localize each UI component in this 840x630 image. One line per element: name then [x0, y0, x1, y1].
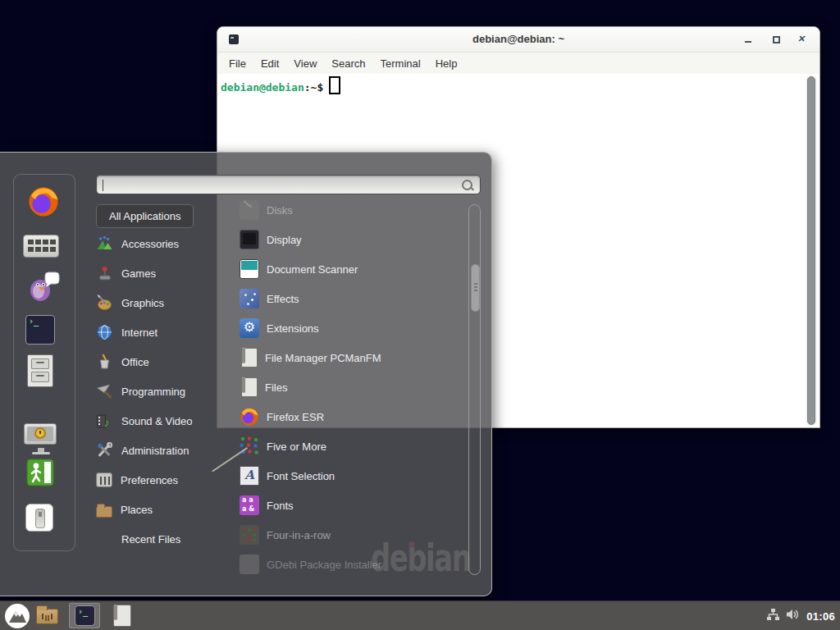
chat-icon: [27, 269, 62, 304]
window-title: debian@debian: ~: [217, 33, 819, 45]
preferences-icon: [96, 472, 112, 487]
favorite-chat[interactable]: [27, 269, 62, 307]
shell-prompt: debian@debian:~$: [221, 76, 340, 94]
network-icon[interactable]: [766, 608, 780, 625]
four-in-a-row-icon: [240, 525, 259, 545]
app-item-fonts[interactable]: Fonts: [240, 491, 294, 520]
category-all-applications[interactable]: All Applications: [96, 204, 194, 228]
favorite-files[interactable]: [27, 354, 53, 387]
menu-scrollbar-thumb[interactable]: [471, 264, 480, 312]
minimize-button[interactable]: [742, 34, 754, 45]
text-caret: [103, 180, 103, 191]
favorite-lock-screen[interactable]: [24, 423, 57, 445]
app-item-display[interactable]: Display: [240, 225, 302, 254]
maximize-button[interactable]: [770, 34, 782, 45]
category-places[interactable]: Places: [96, 495, 153, 524]
app-item-pcmanfm[interactable]: File Manager PCManFM: [240, 343, 381, 372]
prompt-suffix: :~$: [304, 81, 323, 94]
menu-search[interactable]: Search: [324, 57, 372, 70]
menu-view[interactable]: View: [286, 57, 324, 70]
app-item-font-selection[interactable]: Font Selection: [240, 461, 335, 491]
favorite-terminal[interactable]: [25, 315, 55, 345]
category-recent-files[interactable]: Recent Files: [96, 524, 180, 554]
accessories-icon: [96, 235, 113, 252]
search-input[interactable]: [100, 177, 456, 194]
menu-scrollbar[interactable]: [468, 204, 481, 575]
document-scanner-icon: [240, 259, 259, 279]
category-games[interactable]: Games: [96, 258, 156, 288]
extensions-icon: [240, 318, 259, 338]
programming-icon: [96, 383, 113, 399]
terminal-task-button[interactable]: [75, 605, 95, 626]
folder-icon: [36, 609, 58, 624]
category-administration[interactable]: Administration: [96, 436, 189, 465]
svg-text:♪: ♪: [104, 416, 110, 429]
app-item-extensions[interactable]: Extensions: [240, 313, 319, 343]
app-item-files[interactable]: Files: [240, 372, 287, 402]
office-icon: [96, 354, 113, 370]
terminal-cursor: [329, 76, 340, 94]
system-tray: 01:06: [766, 601, 835, 630]
firefox-icon: [27, 185, 60, 218]
category-office[interactable]: Office: [96, 347, 149, 377]
terminal-scrollbar[interactable]: [806, 75, 817, 426]
favorite-firefox[interactable]: [27, 185, 60, 221]
taskbar-panel: 01:06: [0, 600, 840, 630]
favorite-quit[interactable]: [25, 504, 53, 532]
menu-edit[interactable]: Edit: [253, 57, 286, 70]
app-item-gdebi[interactable]: GDebi Package Installer: [240, 550, 381, 579]
font-selection-icon: [240, 466, 259, 486]
effects-icon: [240, 289, 259, 308]
category-programming[interactable]: Programming: [96, 377, 185, 406]
search-box[interactable]: [96, 175, 481, 194]
disks-icon: [240, 200, 259, 220]
fonts-icon: [240, 495, 259, 515]
volume-icon[interactable]: [786, 608, 801, 624]
app-item-document-scanner[interactable]: Document Scanner: [240, 254, 358, 284]
terminal-menubar: File Edit View Search Terminal Help: [217, 52, 819, 74]
gdebi-icon: [240, 555, 259, 574]
app-item-four-in-a-row[interactable]: Four-in-a-row: [240, 520, 331, 550]
sound-video-icon: ♪: [96, 413, 113, 429]
file-manager-task-button[interactable]: [36, 609, 58, 624]
favorite-logout[interactable]: [25, 458, 55, 491]
administration-icon: [96, 442, 113, 459]
app-item-disks[interactable]: Disks: [240, 195, 293, 225]
file-cabinet-icon: [241, 348, 258, 368]
menu-button-icon: [5, 604, 30, 628]
category-preferences[interactable]: Preferences: [96, 465, 178, 495]
desktop: debian debian@debian: ~ ✕ File Edit View…: [0, 0, 840, 630]
clock[interactable]: 01:06: [806, 610, 835, 623]
app-item-five-or-more[interactable]: Five or More: [240, 431, 326, 461]
category-graphics[interactable]: Graphics: [96, 288, 164, 317]
prompt-user-host: debian@debian: [221, 81, 304, 94]
display-icon: [240, 230, 259, 249]
menu-file[interactable]: File: [221, 57, 253, 70]
magnifier-icon: [462, 180, 472, 190]
category-sound-video[interactable]: ♪ Sound & Video: [96, 406, 193, 436]
menu-help[interactable]: Help: [428, 57, 465, 70]
application-menu: All Applications Accessories Games Graph…: [0, 152, 492, 596]
app-item-firefox-esr[interactable]: Firefox ESR: [240, 402, 324, 431]
terminal-scrollbar-thumb[interactable]: [807, 76, 815, 425]
firefox-icon: [240, 407, 259, 427]
favorite-software[interactable]: [23, 235, 59, 258]
graphics-icon: [96, 294, 113, 311]
five-or-more-icon: [240, 436, 259, 456]
internet-icon: [96, 324, 113, 340]
menu-terminal[interactable]: Terminal: [373, 57, 428, 70]
close-button[interactable]: ✕: [797, 34, 808, 45]
terminal-titlebar[interactable]: debian@debian: ~ ✕: [217, 27, 819, 52]
games-icon: [96, 265, 113, 281]
app-item-effects[interactable]: Effects: [240, 284, 299, 313]
category-internet[interactable]: Internet: [96, 317, 158, 347]
file-cabinet-icon: [241, 377, 258, 397]
category-accessories[interactable]: Accessories: [96, 229, 179, 258]
menu-button[interactable]: [5, 604, 30, 628]
places-icon: [96, 506, 112, 518]
files-task-button[interactable]: [113, 605, 131, 627]
logout-icon: [25, 458, 55, 487]
